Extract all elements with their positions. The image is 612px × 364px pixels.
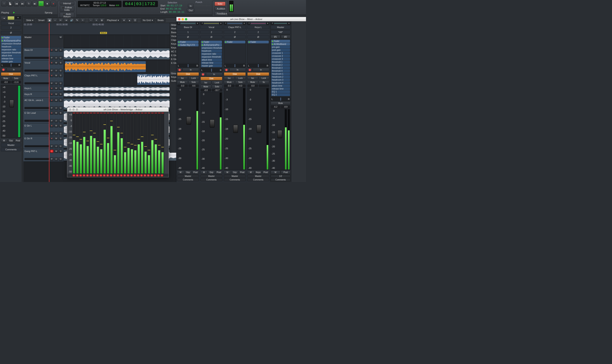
track-s-button[interactable]: S [59,74,63,77]
plugin-param[interactable]: headroom [201,50,222,52]
track-g-button[interactable]: G [59,157,63,161]
plugin-param[interactable]: master gain [1,60,21,63]
invert-2-button[interactable]: Ø2 [281,35,291,39]
iso-button[interactable]: Iso [247,76,258,80]
invert-button[interactable]: Ø [201,35,222,39]
meter-rec-button[interactable] [99,174,102,177]
tool-edit[interactable]: ✧ [81,18,85,22]
output-button[interactable]: 1/2 [271,175,290,178]
snap-unit-dropdown[interactable]: Beats [156,18,165,22]
plugin-param[interactable]: headroom 4 [271,81,290,84]
channel-count[interactable]: 2 [247,30,269,34]
post-button[interactable]: Post [192,170,199,174]
mixer-strip-name[interactable] [274,23,287,24]
track-rec-button[interactable]: ● [50,124,54,127]
track-rec-button[interactable]: ● [50,74,54,77]
meter-rec-button[interactable] [123,174,126,177]
comments-button[interactable]: Comments [201,178,222,181]
secondary-clock[interactable]: 044|03|1732 [123,1,158,7]
track-m-button[interactable]: M [54,137,58,140]
plugin-item[interactable]: Fader [177,41,199,43]
strip-channel-count[interactable]: 2 [1,26,21,29]
fader-area[interactable]: 0-3-10-15-18-20-25-30-40 [201,92,222,170]
window-minimize-icon[interactable] [181,18,184,20]
zoom-in-button[interactable]: + [94,18,99,22]
panner[interactable]: LR [271,97,290,101]
track-s-button[interactable]: S [59,111,63,115]
rec-button[interactable] [177,68,182,72]
tool-audition[interactable]: 🔊 [69,18,74,22]
plugin-param[interactable]: headroom [1,45,21,48]
track-s-button[interactable]: S [59,149,63,153]
mixer-strip-label[interactable]: Bass DI [177,25,199,29]
meter-rec-button[interactable] [109,174,113,177]
plugin-param[interactable]: pre-gain [271,46,290,49]
strip-grp-button[interactable]: Grp [8,139,14,143]
plugin-param[interactable]: expansion ratio [1,48,21,51]
track-g-button[interactable]: G [59,144,63,148]
meter-rec-button[interactable] [116,174,119,177]
rec-button[interactable] [247,68,252,72]
plugin-param[interactable]: master gain [201,65,222,67]
dynamics-plugin[interactable]: AUDynamicsPro [1,39,21,42]
strip-in-button[interactable]: In [7,68,21,72]
track-s-button[interactable]: S [59,87,63,90]
meter-rec-button[interactable] [96,174,99,177]
plugin-param[interactable]: ompression threshold [201,47,222,49]
plugin-param[interactable]: post-gain [271,49,290,52]
grp-button[interactable]: Keys [255,170,262,174]
plugin-box[interactable]: FaderGuitar Rig 5 FX [177,40,199,63]
strip-disk-button[interactable]: Disk [1,72,21,76]
lock-button[interactable]: Lock [235,76,246,80]
track-m-button[interactable]: M [54,92,58,96]
track-s-button[interactable]: S [59,98,63,102]
edit-mode-dropdown[interactable]: Slide ▾ [24,18,35,22]
meter-rec-button[interactable] [89,174,92,177]
track-m-button[interactable]: M [59,36,63,39]
track-a-button[interactable]: A [54,82,58,85]
rec-button[interactable] [224,68,229,72]
track-rec-button[interactable]: ● [50,149,54,153]
window-close-icon[interactable] [69,108,71,111]
tool-range[interactable]: ↔ [53,18,57,22]
track-p-button[interactable]: P [50,106,54,110]
track-a-button[interactable]: A [54,69,58,72]
strip-close-button[interactable]: ✕ [287,22,290,25]
plugin-param[interactable]: release time [1,57,21,60]
comments-button[interactable]: Comments [224,178,246,181]
fader-area[interactable]: 0-3-10-15-18-20-25-30-40 [177,88,199,170]
track-header[interactable]: E Gtr R●MSPAG [23,136,64,149]
plugin-param[interactable]: threshold 2 [271,64,290,66]
plugin-param[interactable]: attack time [201,58,222,61]
strip-panner[interactable]: L R [1,63,21,67]
grp-button[interactable]: Grp [185,170,191,174]
window-zoom-icon[interactable] [185,18,187,20]
track-a-button[interactable]: A [54,106,58,110]
plugin-param[interactable]: expansion threshold [1,51,21,54]
mixer-strip-label[interactable]: Keys L [247,25,269,29]
mute-button[interactable]: Mute [247,80,258,84]
mixer-strip-label[interactable]: Vocal [201,25,222,29]
track-p-button[interactable]: P [50,119,54,122]
shuttle-status[interactable]: Sprung [45,11,52,14]
iso-button[interactable]: Iso [177,76,188,80]
meter-rec-button[interactable] [103,174,106,177]
track-fader[interactable] [25,57,49,59]
meter-rec-button[interactable] [93,174,96,177]
m-button[interactable]: M [247,170,254,174]
meter-rec-button[interactable] [147,174,150,177]
track-s-button[interactable]: S [59,61,63,65]
track-p-button[interactable]: P [50,157,54,161]
plugin-param[interactable]: threshold 3 [271,66,290,69]
lock-button[interactable]: Lock [258,76,269,80]
primary-clock[interactable]: 00:01:27:13 INT/MTC Tempo 120.0 Meter 4/… [78,1,122,7]
track-rec-button[interactable]: ● [50,111,54,115]
channel-count[interactable]: 2 [224,30,246,34]
panner[interactable]: LR [247,64,269,68]
plugin-param[interactable]: attack time [1,54,21,57]
strip-fader[interactable]: +6+30-3-10-15-20-25-30-40-50 [1,85,21,138]
panner[interactable]: LR [224,64,246,68]
solo-button[interactable]: Solo [235,80,246,84]
track-fader[interactable] [25,107,49,109]
track-header[interactable]: AC Gtr A…unce-1●MSPAG [23,98,64,110]
